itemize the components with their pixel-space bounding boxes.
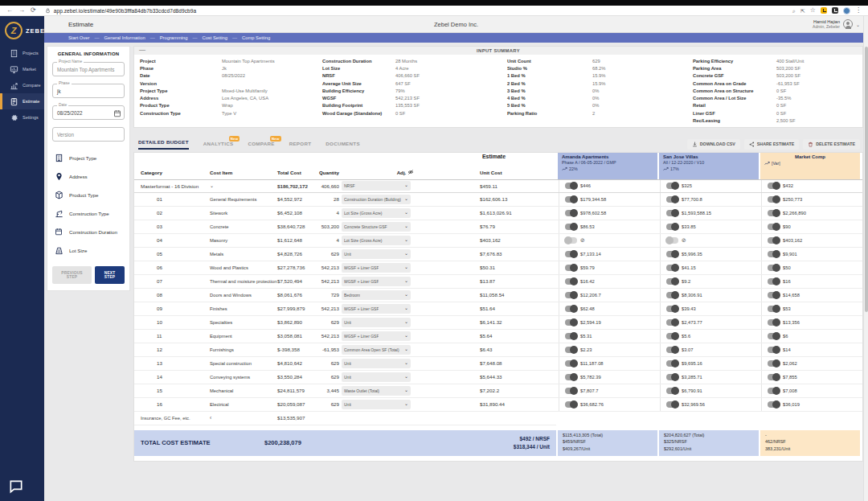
adj-unit-dropdown[interactable]: Common Area Open SF (Total)⌄ — [342, 345, 411, 355]
adj-unit-dropdown[interactable]: Concrete Structure GSF⌄ — [342, 222, 411, 232]
toggle-switch[interactable] — [565, 251, 577, 257]
adj-unit-dropdown[interactable]: Construction Duration (Building)⌄ — [342, 195, 411, 204]
toggle-switch[interactable] — [666, 224, 678, 230]
toggle-switch[interactable] — [565, 278, 577, 285]
phase-field[interactable]: Phase jk — [52, 84, 125, 98]
gi-link-lot-size[interactable]: Lot Size — [47, 241, 129, 260]
comparison-header-market-comp[interactable]: Market Comp [Var] — [759, 153, 860, 179]
adj-unit-dropdown[interactable]: Lot Size (Gross Acre)⌄ — [342, 208, 411, 218]
toggle-switch[interactable] — [666, 278, 678, 285]
browser-menu-icon[interactable]: ⋮ — [855, 7, 862, 14]
share-page-icon[interactable]: ⇱ — [800, 8, 805, 14]
gi-link-project-type[interactable]: Project Type — [47, 149, 129, 167]
zebel-logo[interactable]: Z ZEBEL® — [0, 16, 44, 45]
toggle-switch[interactable] — [768, 251, 780, 257]
adj-unit-dropdown[interactable]: WGSF + Liner GSF⌄ — [342, 277, 411, 286]
toggle-switch[interactable] — [666, 388, 678, 394]
browser-scrollbar[interactable] — [863, 16, 868, 501]
comparison-header-amanda-apartments[interactable]: Amanda Apartments Phase A / 06-05-2022 /… — [556, 153, 657, 179]
toggle-switch[interactable] — [666, 183, 678, 189]
extension-icon[interactable] — [821, 7, 827, 14]
stepper-item-general-information[interactable]: General Information — [104, 35, 145, 40]
adj-unit-dropdown[interactable]: Unit⌄ — [342, 400, 411, 409]
adj-unit-dropdown[interactable]: WGSF + Liner GSF⌄ — [342, 304, 411, 314]
stepper-item-cost-setting[interactable]: Cost Setting — [202, 35, 227, 40]
project-name-field[interactable]: Project Name Mountain Top Apartments — [52, 62, 125, 76]
toggle-switch[interactable] — [666, 196, 678, 203]
adj-unit-dropdown[interactable]: Bedroom⌄ — [342, 290, 411, 300]
adj-unit-dropdown[interactable]: WGSF + Liner GSF⌄ — [342, 331, 411, 341]
toggle-switch[interactable] — [768, 224, 780, 230]
gi-link-construction-type[interactable]: Construction Type — [47, 204, 129, 223]
toggle-switch[interactable] — [565, 196, 577, 203]
toggle-switch[interactable] — [666, 401, 678, 408]
toggle-switch[interactable] — [768, 278, 780, 285]
gi-link-construction-duration[interactable]: Construction Duration — [47, 223, 129, 241]
toggle-switch[interactable] — [666, 210, 678, 216]
toggle-switch[interactable] — [565, 374, 577, 380]
tab-documents[interactable]: DOCUMENTS — [326, 141, 360, 150]
extension-icon[interactable] — [832, 7, 838, 14]
toggle-switch[interactable] — [768, 319, 780, 326]
toggle-switch[interactable] — [768, 292, 780, 298]
browser-forward-button[interactable]: → — [18, 7, 25, 14]
eye-off-icon[interactable] — [407, 169, 414, 175]
stepper-item-programming[interactable]: Programming — [160, 35, 188, 40]
toggle-switch[interactable] — [565, 292, 577, 298]
toggle-switch[interactable] — [565, 224, 577, 230]
bookmark-star-icon[interactable]: ☆ — [810, 7, 816, 14]
sidebar-item-estimate[interactable]: Estimate — [0, 93, 44, 109]
tab-analytics[interactable]: ANALYTICSNew — [203, 141, 234, 150]
chevron-left-icon[interactable]: ‹ — [203, 415, 277, 421]
sidebar-item-market[interactable]: Market — [0, 61, 44, 77]
browser-refresh-button[interactable]: ⟳ — [31, 7, 36, 14]
tab-report[interactable]: REPORT — [289, 141, 312, 150]
zoom-icon[interactable]: ⌕ — [792, 8, 796, 14]
next-step-button[interactable]: NEXT STEP — [95, 266, 125, 284]
masterformat-label[interactable]: Masterformat - 16 Division — [134, 183, 203, 189]
chevron-down-icon[interactable]: ⌄ — [210, 183, 214, 188]
adj-unit-dropdown[interactable]: Unit⌄ — [342, 249, 411, 259]
toggle-switch[interactable] — [768, 360, 780, 367]
toggle-switch[interactable] — [666, 292, 678, 298]
adj-unit-dropdown[interactable]: WGSF + Liner GSF⌄ — [342, 263, 411, 273]
toggle-switch[interactable] — [666, 237, 678, 244]
toggle-switch[interactable] — [768, 237, 780, 244]
adj-unit-dropdown[interactable]: NRSF⌄ — [342, 181, 411, 191]
toggle-switch[interactable] — [565, 319, 577, 326]
browser-back-button[interactable]: ← — [6, 7, 13, 14]
toggle-switch[interactable] — [768, 265, 780, 271]
toggle-switch[interactable] — [666, 347, 678, 353]
gi-link-address[interactable]: Address — [47, 167, 129, 186]
toggle-switch[interactable] — [768, 347, 780, 353]
share-estimate-button[interactable]: SHARE ESTIMATE — [744, 139, 799, 150]
adj-unit-dropdown[interactable]: Unit⌄ — [342, 372, 411, 382]
tab-detailed-budget[interactable]: DETAILED BUDGET — [138, 139, 189, 150]
toggle-switch[interactable] — [768, 401, 780, 408]
sidebar-item-projects[interactable]: Projects — [0, 45, 44, 61]
toggle-switch[interactable] — [768, 333, 780, 339]
toggle-switch[interactable] — [666, 251, 678, 257]
delete-estimate-button[interactable]: DELETE ESTIMATE — [803, 139, 860, 150]
comparison-header-san-jose-villas[interactable]: San Jose Villas All / 12-22-2020 / V10 1… — [657, 153, 759, 179]
toggle-switch[interactable] — [768, 210, 780, 216]
stepper-item-start-over[interactable]: Start Over — [68, 35, 89, 40]
toggle-switch[interactable] — [768, 183, 780, 189]
user-menu[interactable]: Hamid Hajian Admin, Zebeler ⌄ — [813, 19, 860, 30]
toggle-switch[interactable] — [768, 388, 780, 394]
toggle-switch[interactable] — [565, 265, 577, 271]
toggle-switch[interactable] — [666, 306, 678, 312]
adj-unit-dropdown[interactable]: Unit⌄ — [342, 359, 411, 368]
toggle-switch[interactable] — [666, 333, 678, 339]
tab-compare[interactable]: COMPARENew — [248, 141, 274, 150]
stepper-item-comp-setting[interactable]: Comp Setting — [242, 35, 270, 40]
toggle-switch[interactable] — [565, 401, 577, 408]
toggle-switch[interactable] — [768, 196, 780, 203]
toggle-switch[interactable] — [666, 319, 678, 326]
download-csv-button[interactable]: DOWNLOAD CSV — [687, 139, 740, 150]
browser-profile-avatar[interactable] — [843, 7, 850, 14]
sidebar-item-settings[interactable]: Settings — [0, 109, 44, 125]
toggle-switch[interactable] — [565, 183, 577, 189]
toggle-switch[interactable] — [565, 210, 577, 216]
collapse-summary-button[interactable]: — — [139, 46, 145, 53]
